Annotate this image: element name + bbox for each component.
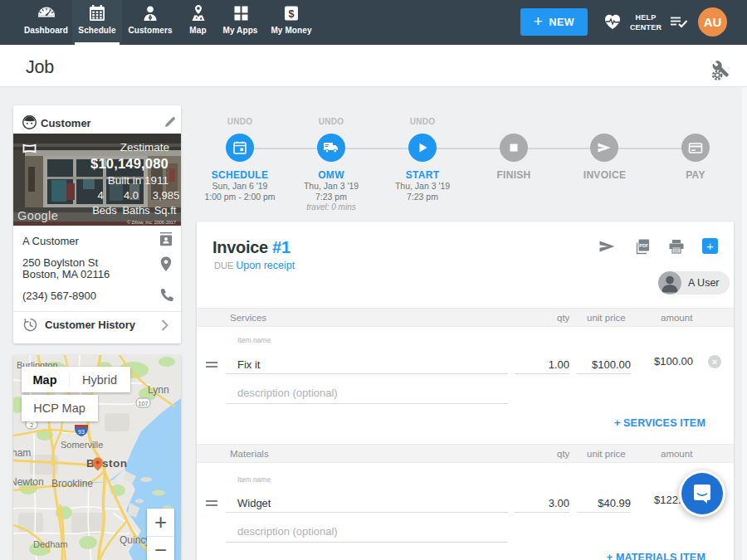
svg-text:$: $ [289,8,295,20]
svg-text:Dedham: Dedham [33,539,68,549]
svg-text:Boston: Boston [86,457,128,470]
svg-text:2: 2 [30,421,33,429]
svg-text:PDF: PDF [639,243,648,248]
svg-text:ham: ham [13,447,31,459]
svg-text:93: 93 [78,429,85,435]
svg-text:107: 107 [138,400,149,407]
svg-text:Somerville: Somerville [61,440,103,450]
svg-text:Brookline: Brookline [51,478,93,489]
svg-text:Quincy: Quincy [120,534,150,546]
svg-text:Newton: Newton [13,476,44,488]
svg-text:Lynn: Lynn [148,384,169,396]
